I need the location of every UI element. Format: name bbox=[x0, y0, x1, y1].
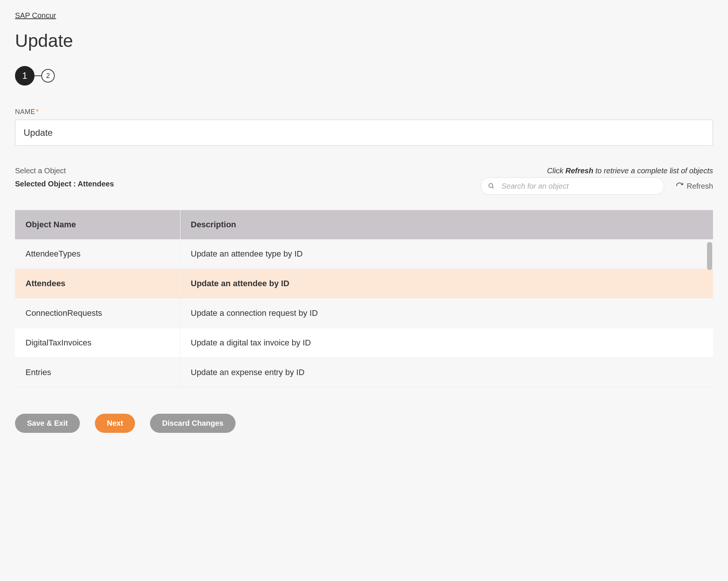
selected-object-text: Selected Object : Attendees bbox=[15, 180, 114, 188]
scrollbar-thumb[interactable] bbox=[707, 242, 712, 270]
cell-object-name: AttendeeTypes bbox=[15, 239, 180, 269]
page-title: Update bbox=[15, 30, 713, 51]
table-row[interactable]: AttendeeTypesUpdate an attendee type by … bbox=[15, 239, 713, 269]
svg-point-0 bbox=[489, 183, 493, 188]
stepper: 1 2 bbox=[15, 66, 713, 86]
table-row[interactable]: DigitalTaxInvoicesUpdate a digital tax i… bbox=[15, 328, 713, 358]
name-input[interactable] bbox=[15, 120, 713, 146]
footer-buttons: Save & Exit Next Discard Changes bbox=[15, 414, 713, 433]
col-header-description[interactable]: Description bbox=[180, 210, 713, 239]
table-row[interactable]: ConnectionRequestsUpdate a connection re… bbox=[15, 299, 713, 328]
required-star-icon: * bbox=[36, 108, 39, 116]
name-field-label: NAME* bbox=[15, 108, 713, 116]
objects-table-wrapper: Object Name Description AttendeeTypesUpd… bbox=[15, 210, 713, 387]
save-exit-button[interactable]: Save & Exit bbox=[15, 414, 80, 433]
table-row[interactable]: EntriesUpdate an expense entry by ID bbox=[15, 358, 713, 387]
step-connector bbox=[35, 75, 41, 76]
step-1[interactable]: 1 bbox=[15, 66, 35, 86]
cell-object-name: ConnectionRequests bbox=[15, 299, 180, 328]
cell-description: Update an expense entry by ID bbox=[180, 358, 713, 387]
cell-description: Update an attendee by ID bbox=[180, 269, 713, 299]
table-row[interactable]: AttendeesUpdate an attendee by ID bbox=[15, 269, 713, 299]
refresh-button[interactable]: Refresh bbox=[675, 182, 713, 191]
search-input[interactable] bbox=[480, 177, 664, 195]
refresh-hint: Click Refresh to retrieve a complete lis… bbox=[480, 167, 713, 175]
cell-description: Update an attendee type by ID bbox=[180, 239, 713, 269]
next-button[interactable]: Next bbox=[95, 414, 135, 433]
breadcrumb-link[interactable]: SAP Concur bbox=[15, 11, 56, 20]
select-object-label: Select a Object bbox=[15, 167, 114, 175]
cell-object-name: Attendees bbox=[15, 269, 180, 299]
cell-object-name: Entries bbox=[15, 358, 180, 387]
cell-description: Update a digital tax invoice by ID bbox=[180, 328, 713, 358]
cell-description: Update a connection request by ID bbox=[180, 299, 713, 328]
search-icon bbox=[488, 183, 495, 189]
step-2[interactable]: 2 bbox=[41, 69, 55, 83]
discard-button[interactable]: Discard Changes bbox=[150, 414, 235, 433]
col-header-name[interactable]: Object Name bbox=[15, 210, 180, 239]
search-box bbox=[480, 177, 664, 195]
objects-table: Object Name Description AttendeeTypesUpd… bbox=[15, 210, 713, 387]
svg-line-1 bbox=[492, 187, 494, 188]
refresh-icon bbox=[675, 182, 684, 190]
cell-object-name: DigitalTaxInvoices bbox=[15, 328, 180, 358]
